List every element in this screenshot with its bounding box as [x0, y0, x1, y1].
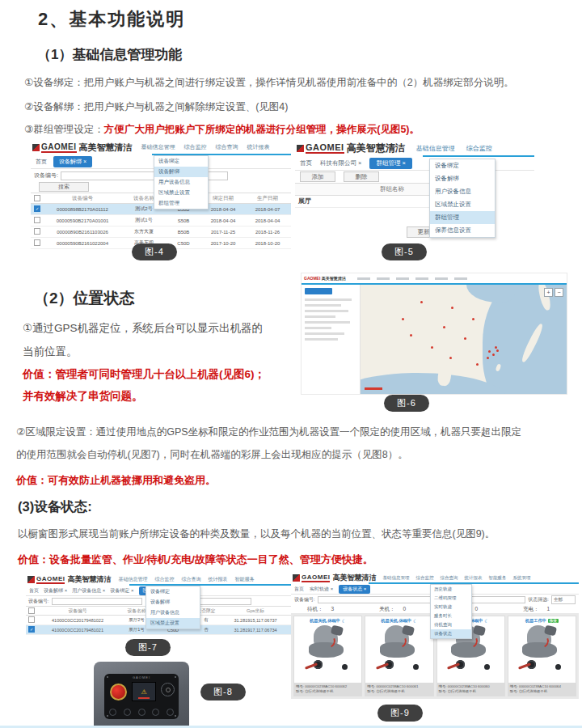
machine-marker[interactable] — [410, 334, 412, 336]
menu-item-group[interactable]: 群组管理 — [430, 211, 495, 224]
tab-track[interactable]: 实时轨迹 × — [310, 586, 333, 593]
section1-item3-value: 方便广大用户把账户下所绑定的机器进行分组管理，操作展示(见图5)。 — [104, 124, 420, 135]
gaomei-logo-icon — [27, 576, 35, 583]
scrubber-machine-image — [303, 624, 353, 670]
menu-item-qrcode[interactable]: 二维码管理 — [431, 594, 471, 603]
nav-monitor[interactable]: 综合监控 — [184, 143, 207, 151]
device-card[interactable]: 机器关机,休眠中☾ 编号: 00000C0238AC10 600061型号: 自… — [365, 616, 433, 696]
machine-marker[interactable] — [443, 326, 445, 328]
menu-item-user-device[interactable]: 用户设备信息 — [154, 177, 208, 188]
row-checkbox[interactable] — [34, 228, 40, 235]
device-no-input[interactable] — [52, 598, 142, 605]
select-all-checkbox[interactable] — [34, 195, 40, 201]
row-checkbox[interactable] — [34, 239, 40, 246]
nav-monitor[interactable]: 综合监控 — [154, 576, 174, 583]
select-all-checkbox[interactable] — [28, 607, 35, 614]
tab-unbind-active[interactable]: 设备解绑 × — [53, 156, 92, 167]
nav-query[interactable]: 综合查询 — [216, 143, 238, 151]
menu-item-bind[interactable]: 设备绑定 — [430, 159, 495, 172]
add-button[interactable]: 添加 — [300, 171, 335, 182]
machine-marker[interactable] — [420, 301, 423, 303]
machine-marker[interactable] — [472, 318, 474, 320]
panel-button[interactable] — [167, 709, 174, 716]
menu-item-history-track[interactable]: 历史轨迹 — [431, 585, 471, 594]
nav-basic-info[interactable]: 基础信息管理 — [382, 575, 409, 581]
nav-monitor[interactable]: 综合监控 — [415, 575, 433, 581]
menu-item-group[interactable]: 群组管理 — [154, 198, 208, 209]
nav-report[interactable]: 统计报表 — [464, 575, 482, 581]
menu-item-bind[interactable]: 设备绑定 — [154, 156, 208, 167]
menu-item-area-limit[interactable]: 区域禁止设置 — [154, 188, 208, 198]
emergency-stop-button[interactable] — [110, 684, 127, 700]
menu-item-unbind[interactable]: 设备解绑 — [154, 167, 208, 177]
panel-button[interactable] — [138, 709, 146, 716]
tab-unbind[interactable]: 设备解绑 × — [44, 587, 67, 595]
tab-home[interactable]: 首页 — [294, 586, 304, 593]
sidebar-active-button[interactable] — [305, 288, 332, 294]
menu-item-area-limit[interactable]: 区域禁止设置 — [430, 198, 495, 211]
key-switch[interactable] — [161, 683, 175, 696]
machine-marker[interactable] — [487, 357, 489, 359]
search-button[interactable]: 搜索 — [39, 182, 89, 192]
state-filter-label: 状态筛选: — [528, 596, 549, 603]
nav-smart[interactable]: 智能服务 — [234, 576, 254, 583]
machine-marker[interactable] — [451, 307, 453, 309]
table-row[interactable]: 00000890B2161103026 东方大厦 B50B 2017-11-25… — [31, 226, 291, 238]
machine-marker[interactable] — [495, 346, 497, 349]
section1-item2: ②设备解绑：把用户账户与机器之间解除绑定设置、(见图4) — [24, 100, 288, 114]
menu-item-live-track[interactable]: 实时轨迹 — [431, 603, 471, 612]
section1-item1: ①设备绑定：把用户账户与机器之间进行绑定设置，操作详情见机器使用前准备中的（2）… — [24, 76, 514, 90]
gaomei-logo: GAOMEI — [306, 142, 344, 154]
nav-basic-info[interactable]: 基础信息管理 — [118, 576, 147, 583]
delete-button[interactable]: 删除 — [344, 171, 379, 182]
machine-marker[interactable] — [431, 346, 433, 349]
nav-query[interactable]: 综合查询 — [440, 575, 458, 581]
panel-button[interactable] — [109, 709, 116, 716]
machine-marker[interactable] — [402, 318, 404, 320]
row-checkbox[interactable] — [34, 217, 40, 223]
nav-monitor[interactable]: 综合监控 — [466, 144, 492, 153]
tab-home[interactable]: 首页 — [36, 158, 47, 166]
menu-item-user-device[interactable]: 用户设备信息 — [146, 607, 200, 618]
menu-item-user-device[interactable]: 用户设备信息 — [430, 185, 495, 198]
tab-home[interactable]: 首页 — [29, 587, 39, 595]
panel-button[interactable] — [124, 709, 131, 716]
nav-query[interactable]: 综合查询 — [181, 576, 200, 583]
tab-home[interactable]: 首页 — [300, 159, 312, 167]
row-checkbox[interactable]: ✓ — [34, 205, 40, 212]
nav-basic-info[interactable]: 基础信息管理 — [416, 144, 455, 153]
machine-marker[interactable] — [464, 337, 466, 340]
map-canvas[interactable]: + − — [361, 285, 567, 394]
nav-basic-info[interactable]: 基础信息管理 — [141, 143, 175, 151]
device-card[interactable]: 机器关机,休眠中☾ 编号: 00000C0238AC10 600062型号: 自… — [293, 616, 362, 696]
panel-button[interactable] — [152, 709, 159, 716]
menu-item-device-status[interactable]: 设备状态 — [431, 629, 471, 638]
zoom-out-button[interactable]: − — [555, 288, 563, 297]
nav-report[interactable]: 统计报表 — [208, 576, 227, 583]
tab-status-active[interactable]: 设备状态 × — [339, 585, 370, 594]
tab-bind[interactable]: 设备绑定 × — [110, 587, 133, 595]
menu-item-maintain[interactable]: 保养信息设置 — [430, 224, 495, 237]
nav-system[interactable]: 系统管理 — [512, 575, 530, 581]
row-checkbox[interactable]: ✓ — [28, 626, 35, 633]
menu-item-unbind[interactable]: 设备解绑 — [146, 597, 200, 607]
table-row[interactable]: 00000590B2170A01001 测试1号 S50B 2018-04-04… — [31, 215, 291, 226]
nav-report[interactable]: 统计报表 — [247, 143, 270, 151]
menu-item-standby-query[interactable]: 待机查询 — [431, 620, 471, 629]
tab-user-device[interactable]: 用户设备信息 × — [72, 587, 105, 595]
device-card[interactable]: 机器工作中作业 编号: 00000C0238AC10 600064型号: 自行式… — [508, 616, 576, 696]
machine-marker[interactable] — [476, 363, 479, 366]
row-checkbox[interactable] — [28, 616, 35, 623]
tab-group-active[interactable]: 群组管理 × — [369, 158, 411, 169]
dropdown-menu: 设备绑定 设备解绑 用户设备信息 区域禁止设置 — [146, 586, 200, 629]
machine-marker[interactable] — [449, 357, 452, 359]
tab-company[interactable]: 科技有限公司 × — [320, 159, 361, 167]
device-no-input[interactable] — [318, 596, 526, 603]
menu-item-service-time[interactable]: 服务时长 — [431, 612, 471, 620]
menu-item-unbind[interactable]: 设备解绑 — [430, 172, 495, 185]
nav-smart[interactable]: 智能服务 — [488, 575, 506, 581]
state-filter-select[interactable]: 全部 — [551, 595, 576, 604]
zoom-in-button[interactable]: + — [544, 288, 553, 297]
menu-item-area-limit[interactable]: 区域禁止设置 — [146, 618, 200, 629]
menu-item-bind[interactable]: 设备绑定 — [146, 586, 200, 597]
